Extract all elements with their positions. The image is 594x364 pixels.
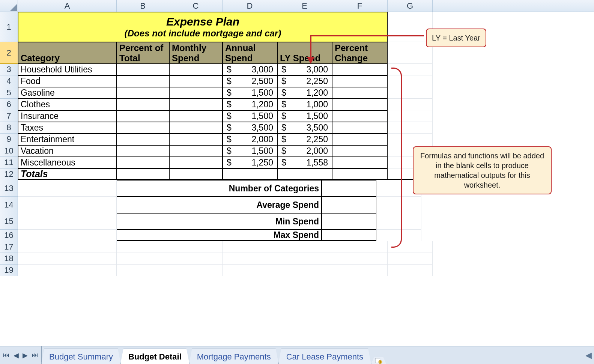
stat-max-value[interactable] — [322, 230, 376, 241]
totals-label[interactable]: Totals — [18, 168, 117, 180]
nav-first-icon[interactable]: ⏮ — [3, 351, 10, 359]
cell-b17[interactable] — [117, 241, 169, 253]
cell-f3[interactable] — [332, 64, 388, 75]
header-percent-change[interactable]: Percent Change — [332, 42, 388, 64]
header-percent-total[interactable]: Percent of Total — [117, 42, 169, 64]
cell-f17[interactable] — [332, 241, 388, 253]
col-header-g[interactable]: G — [388, 0, 433, 12]
cell-a11[interactable]: Miscellaneous — [18, 157, 117, 168]
cell-a9[interactable]: Entertainment — [18, 134, 117, 145]
row-header-2[interactable]: 2 — [0, 42, 18, 64]
cell-d4[interactable]: $2,500 — [223, 75, 277, 87]
cell-f6[interactable] — [332, 99, 388, 110]
row-header-17[interactable]: 17 — [0, 241, 18, 253]
cell-a15[interactable] — [18, 213, 117, 230]
cell-d12[interactable] — [223, 168, 277, 180]
cell-e19[interactable] — [277, 265, 332, 276]
nav-prev-icon[interactable]: ◀ — [14, 351, 19, 359]
cell-f5[interactable] — [332, 87, 388, 99]
cell-f12[interactable] — [332, 168, 388, 180]
cell-e12[interactable] — [277, 168, 332, 180]
cell-f8[interactable] — [332, 122, 388, 134]
cell-c7[interactable] — [169, 110, 223, 122]
stat-min-label[interactable]: Min Spend — [117, 213, 322, 230]
cell-b5[interactable] — [117, 87, 169, 99]
cell-c8[interactable] — [169, 122, 223, 134]
nav-next-icon[interactable]: ▶ — [23, 351, 28, 359]
cell-d9[interactable]: $2,000 — [223, 134, 277, 145]
row-header-9[interactable]: 9 — [0, 134, 18, 145]
row-header-15[interactable]: 15 — [0, 213, 18, 230]
cell-b8[interactable] — [117, 122, 169, 134]
header-monthly-spend[interactable]: Monthly Spend — [169, 42, 223, 64]
cell-a7[interactable]: Insurance — [18, 110, 117, 122]
cell-a17[interactable] — [18, 241, 117, 253]
cell-a14[interactable] — [18, 197, 117, 213]
row-header-6[interactable]: 6 — [0, 99, 18, 110]
cell-a16[interactable] — [18, 230, 117, 241]
col-header-d[interactable]: D — [223, 0, 277, 12]
cell-c4[interactable] — [169, 75, 223, 87]
row-header-14[interactable]: 14 — [0, 197, 18, 213]
cell-e11[interactable]: $1,558 — [277, 157, 332, 168]
col-header-a[interactable]: A — [18, 0, 117, 12]
header-category[interactable]: Category — [18, 42, 117, 64]
cell-c19[interactable] — [169, 265, 223, 276]
row-header-12[interactable]: 12 — [0, 168, 18, 180]
select-all-corner[interactable] — [0, 0, 18, 12]
cell-c11[interactable] — [169, 157, 223, 168]
cell-e8[interactable]: $3,500 — [277, 122, 332, 134]
cell-a13[interactable] — [18, 180, 117, 197]
nav-last-icon[interactable]: ⏭ — [32, 351, 38, 359]
cell-e6[interactable]: $1,000 — [277, 99, 332, 110]
row-header-18[interactable]: 18 — [0, 253, 18, 265]
row-header-3[interactable]: 3 — [0, 64, 18, 75]
cell-d8[interactable]: $3,500 — [223, 122, 277, 134]
cell-d17[interactable] — [223, 241, 277, 253]
stat-min-value[interactable] — [322, 213, 376, 230]
cell-d19[interactable] — [223, 265, 277, 276]
cell-b10[interactable] — [117, 145, 169, 157]
cell-b7[interactable] — [117, 110, 169, 122]
cell-f7[interactable] — [332, 110, 388, 122]
col-header-c[interactable]: C — [169, 0, 223, 12]
header-ly-spend[interactable]: LY Spend — [277, 42, 332, 64]
cell-a19[interactable] — [18, 265, 117, 276]
cell-f9[interactable] — [332, 134, 388, 145]
cell-d3[interactable]: $3,000 — [223, 64, 277, 75]
cell-d7[interactable]: $1,500 — [223, 110, 277, 122]
row-header-7[interactable]: 7 — [0, 110, 18, 122]
stat-avg-label[interactable]: Average Spend — [117, 197, 322, 213]
cell-b12[interactable] — [117, 168, 169, 180]
row-header-5[interactable]: 5 — [0, 87, 18, 99]
cell-a4[interactable]: Food — [18, 75, 117, 87]
cell-a8[interactable]: Taxes — [18, 122, 117, 134]
title-cell[interactable]: Expense Plan (Does not include mortgage … — [18, 12, 388, 42]
cell-c5[interactable] — [169, 87, 223, 99]
cell-f4[interactable] — [332, 75, 388, 87]
cell-b19[interactable] — [117, 265, 169, 276]
cell-b18[interactable] — [117, 253, 169, 265]
cell-e18[interactable] — [277, 253, 332, 265]
tab-car-lease-payments[interactable]: Car Lease Payments — [278, 349, 371, 364]
row-header-19[interactable]: 19 — [0, 265, 18, 276]
stat-max-label[interactable]: Max Spend — [117, 230, 322, 241]
row-header-13[interactable]: 13 — [0, 180, 18, 197]
cell-c18[interactable] — [169, 253, 223, 265]
cell-a5[interactable]: Gasoline — [18, 87, 117, 99]
tab-budget-summary[interactable]: Budget Summary — [41, 349, 121, 364]
cell-f10[interactable] — [332, 145, 388, 157]
cell-d11[interactable]: $1,250 — [223, 157, 277, 168]
new-sheet-button[interactable] — [371, 357, 386, 364]
cell-c10[interactable] — [169, 145, 223, 157]
tab-mortgage-payments[interactable]: Mortgage Payments — [189, 349, 279, 364]
cell-c6[interactable] — [169, 99, 223, 110]
cell-g19[interactable] — [388, 265, 433, 276]
row-header-10[interactable]: 10 — [0, 145, 18, 157]
row-header-8[interactable]: 8 — [0, 122, 18, 134]
cell-f11[interactable] — [332, 157, 388, 168]
hscroll-left-icon[interactable]: ◀ — [583, 346, 594, 364]
cell-b4[interactable] — [117, 75, 169, 87]
stat-num-categories-label[interactable]: Number of Categories — [117, 180, 322, 197]
cell-d5[interactable]: $1,500 — [223, 87, 277, 99]
